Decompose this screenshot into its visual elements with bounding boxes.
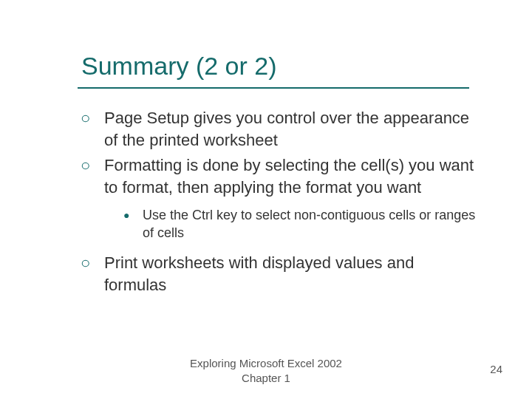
footer-line-2: Chapter 1 <box>242 372 290 384</box>
circle-bullet-icon: ○ <box>78 154 104 177</box>
slide-footer: Exploring Microsoft Excel 2002 Chapter 1 <box>0 356 532 386</box>
bullet-text: Print worksheets with displayed values a… <box>104 252 477 296</box>
slide-title: Summary (2 or 2) <box>81 52 277 81</box>
bullet-text: Formatting is done by selecting the cell… <box>104 154 477 199</box>
slide: Summary (2 or 2) ○ Page Setup gives you … <box>0 0 532 399</box>
circle-bullet-icon: ○ <box>78 252 104 274</box>
footer-line-1: Exploring Microsoft Excel 2002 <box>190 357 342 369</box>
sub-bullet-text: Use the Ctrl key to select non-contiguou… <box>143 206 477 242</box>
bullet-item: ○ Page Setup gives you control over the … <box>78 107 477 151</box>
sub-bullet-item: ● Use the Ctrl key to select non-contigu… <box>122 206 477 242</box>
bullet-item: ○ Print worksheets with displayed values… <box>78 252 477 296</box>
dot-bullet-icon: ● <box>122 206 143 224</box>
bullet-item: ○ Formatting is done by selecting the ce… <box>78 154 477 199</box>
circle-bullet-icon: ○ <box>78 107 104 129</box>
page-number: 24 <box>490 363 502 375</box>
sub-bullet-list: ● Use the Ctrl key to select non-contigu… <box>122 206 477 242</box>
title-underline <box>78 87 469 89</box>
bullet-text: Page Setup gives you control over the ap… <box>104 107 477 151</box>
slide-body: ○ Page Setup gives you control over the … <box>78 107 477 299</box>
